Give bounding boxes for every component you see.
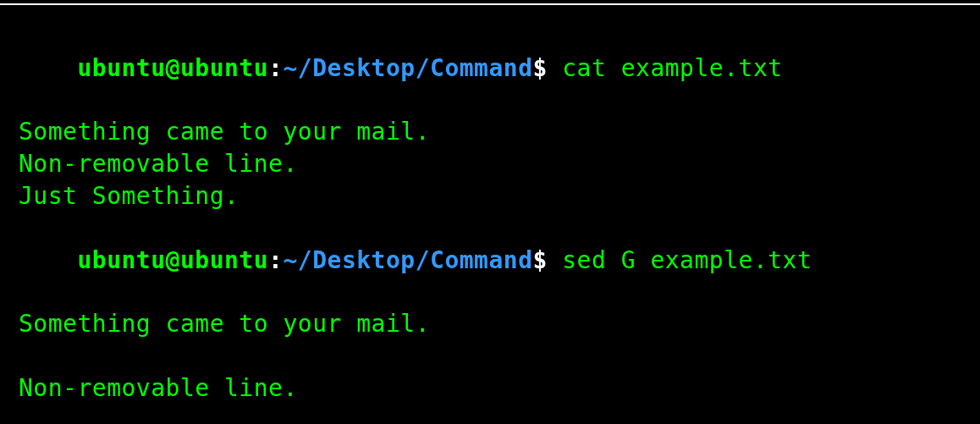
- command-2: sed G example.txt: [548, 246, 812, 274]
- prompt-path: ~/Desktop/Command: [283, 54, 532, 82]
- prompt-line-2: ubuntu@ubuntu:~/Desktop/Command$ sed G e…: [19, 212, 961, 308]
- prompt-dollar: $: [533, 246, 548, 274]
- prompt-colon: :: [268, 246, 283, 274]
- output-line: Non-removable line.: [19, 148, 961, 180]
- output-blank: [19, 405, 961, 424]
- output-line: Just Something.: [19, 180, 961, 212]
- terminal-window[interactable]: ubuntu@ubuntu:~/Desktop/Command$ cat exa…: [0, 3, 980, 424]
- output-line: Non-removable line.: [19, 372, 961, 405]
- prompt-dollar: $: [533, 54, 548, 82]
- output-blank: [19, 340, 961, 372]
- prompt-user: ubuntu@ubuntu: [77, 54, 268, 82]
- output-line: Something came to your mail.: [19, 116, 961, 148]
- output-line: Something came to your mail.: [19, 308, 961, 340]
- prompt-path: ~/Desktop/Command: [283, 246, 532, 274]
- prompt-line-1: ubuntu@ubuntu:~/Desktop/Command$ cat exa…: [19, 20, 961, 116]
- prompt-user: ubuntu@ubuntu: [77, 246, 268, 274]
- command-1: cat example.txt: [548, 54, 783, 82]
- prompt-colon: :: [268, 54, 283, 82]
